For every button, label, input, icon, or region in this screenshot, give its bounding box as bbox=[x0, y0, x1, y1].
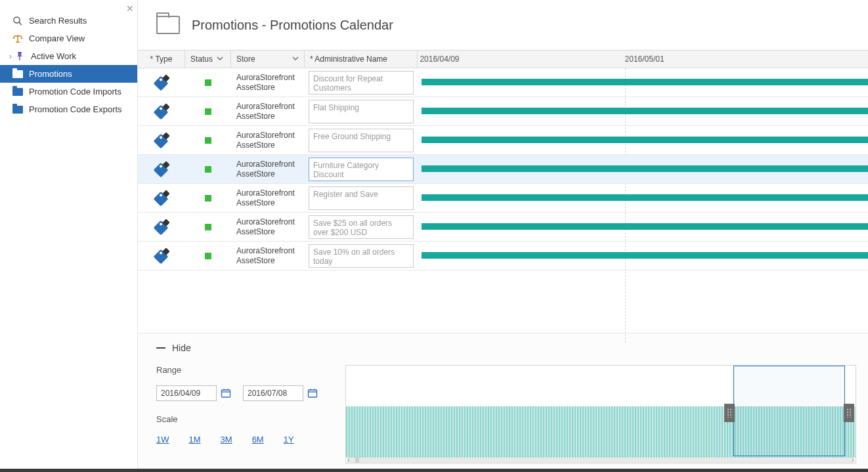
range-to-input[interactable] bbox=[243, 385, 303, 401]
timeline-label-0: 2016/04/09 bbox=[420, 54, 459, 64]
sidebar-item-active-work[interactable]: Active Work bbox=[0, 47, 137, 65]
gantt-bar[interactable] bbox=[422, 137, 868, 143]
cell-status bbox=[185, 184, 231, 212]
overview[interactable] bbox=[345, 365, 856, 463]
overview-handle-left[interactable] bbox=[724, 404, 735, 422]
cell-type bbox=[138, 68, 185, 97]
table-header: * Type Status Store * Administrative Nam… bbox=[138, 50, 868, 68]
sidebar-item-promo-code-imports[interactable]: Promotion Code Imports bbox=[0, 83, 137, 100]
admin-name-input[interactable]: Furniture Category Discount bbox=[309, 158, 414, 181]
cell-timeline[interactable] bbox=[418, 126, 868, 154]
cell-timeline[interactable] bbox=[418, 97, 868, 125]
scale-label: Scale bbox=[156, 414, 327, 424]
status-active-icon bbox=[205, 224, 211, 230]
gantt-bar[interactable] bbox=[422, 108, 868, 114]
cell-store: AuroraStorefrontAssetStore bbox=[231, 126, 305, 154]
overview-handle-right[interactable] bbox=[844, 404, 854, 422]
cell-store: AuroraStorefrontAssetStore bbox=[231, 155, 305, 183]
overview-window[interactable] bbox=[733, 366, 846, 456]
footer-toggle-label: Hide bbox=[172, 343, 191, 353]
calendar-icon[interactable] bbox=[221, 388, 231, 398]
calendar-icon[interactable] bbox=[307, 388, 318, 398]
cell-type bbox=[138, 184, 185, 212]
sidebar-item-label: Compare View bbox=[29, 33, 85, 43]
col-type[interactable]: * Type bbox=[138, 51, 185, 68]
cell-status bbox=[185, 155, 231, 183]
table-row[interactable]: AuroraStorefrontAssetStoreFlat Shipping bbox=[138, 97, 868, 126]
cell-status bbox=[185, 126, 231, 154]
cell-admin: Register and Save bbox=[305, 184, 418, 212]
table-row[interactable]: AuroraStorefrontAssetStoreRegister and S… bbox=[138, 184, 868, 213]
scale-link-3m[interactable]: 3M bbox=[221, 435, 232, 444]
gantt-bar[interactable] bbox=[422, 194, 868, 201]
scale-link-6m[interactable]: 6M bbox=[252, 435, 264, 444]
col-timeline[interactable]: 2016/04/09 2016/05/01 bbox=[418, 51, 868, 68]
col-status[interactable]: Status bbox=[185, 51, 231, 68]
close-icon[interactable]: ✕ bbox=[126, 3, 134, 14]
col-store[interactable]: Store bbox=[231, 51, 305, 68]
cell-store: AuroraStorefrontAssetStore bbox=[231, 68, 305, 97]
table-row[interactable]: AuroraStorefrontAssetStoreSave 10% on al… bbox=[138, 242, 868, 270]
store-name: AuroraStorefrontAssetStore bbox=[236, 188, 299, 208]
cell-store: AuroraStorefrontAssetStore bbox=[231, 184, 305, 212]
sidebar-item-label: Active Work bbox=[31, 51, 76, 61]
cell-status bbox=[185, 97, 231, 125]
scale-link-1y[interactable]: 1Y bbox=[284, 435, 294, 444]
gantt-bar[interactable] bbox=[422, 165, 868, 172]
cell-admin: Free Ground Shipping bbox=[305, 126, 418, 154]
store-name: AuroraStorefrontAssetStore bbox=[236, 217, 299, 237]
folder-icon bbox=[12, 104, 24, 116]
admin-name-input[interactable]: Free Ground Shipping bbox=[309, 129, 414, 152]
range-label: Range bbox=[156, 365, 327, 375]
status-active-icon bbox=[205, 253, 211, 259]
admin-name-input[interactable]: Register and Save bbox=[309, 186, 414, 210]
status-active-icon bbox=[205, 195, 211, 202]
promotion-icon bbox=[156, 106, 167, 118]
sidebar: ✕ Search Results Compare View Active Wor… bbox=[0, 0, 138, 469]
cell-type bbox=[138, 97, 185, 125]
sidebar-item-search-results[interactable]: Search Results bbox=[0, 12, 137, 30]
range-from-input[interactable] bbox=[156, 385, 217, 401]
cell-timeline[interactable] bbox=[418, 184, 868, 212]
table-row[interactable]: AuroraStorefrontAssetStoreDiscount for R… bbox=[138, 68, 868, 97]
admin-name-input[interactable]: Save $25 on all orders over $200 USD bbox=[309, 215, 414, 239]
gantt-bar[interactable] bbox=[422, 79, 868, 85]
admin-name-input[interactable]: Discount for Repeat Customers bbox=[309, 71, 414, 95]
promotion-icon bbox=[156, 221, 167, 233]
promotion-icon bbox=[156, 192, 167, 204]
cell-admin: Flat Shipping bbox=[305, 97, 418, 125]
cell-timeline[interactable] bbox=[418, 68, 868, 97]
cell-type bbox=[138, 242, 185, 270]
folder-icon bbox=[12, 86, 24, 98]
footer-toggle[interactable]: Hide bbox=[156, 343, 856, 353]
admin-name-input[interactable]: Flat Shipping bbox=[309, 100, 414, 123]
overview-scrollbar[interactable] bbox=[347, 458, 854, 463]
col-admin[interactable]: * Administrative Name bbox=[305, 51, 418, 68]
sidebar-item-promotions[interactable]: Promotions bbox=[0, 65, 137, 83]
admin-name-input[interactable]: Save 10% on all orders today bbox=[309, 244, 414, 268]
scale-link-1w[interactable]: 1W bbox=[156, 435, 169, 444]
cell-timeline[interactable] bbox=[418, 155, 868, 183]
sidebar-item-label: Promotions bbox=[29, 69, 72, 79]
cell-admin: Save $25 on all orders over $200 USD bbox=[305, 213, 418, 241]
gantt-bar[interactable] bbox=[422, 252, 868, 259]
cell-timeline[interactable] bbox=[418, 213, 868, 241]
cell-admin: Furniture Category Discount bbox=[305, 155, 418, 183]
table-row[interactable]: AuroraStorefrontAssetStoreFurniture Cate… bbox=[138, 155, 868, 184]
scale-link-1m[interactable]: 1M bbox=[189, 435, 201, 444]
chevron-down-icon bbox=[217, 54, 223, 64]
gantt-bar[interactable] bbox=[422, 223, 868, 230]
sidebar-item-label: Search Results bbox=[29, 16, 87, 26]
sidebar-item-promo-code-exports[interactable]: Promotion Code Exports bbox=[0, 100, 137, 118]
cell-timeline[interactable] bbox=[418, 242, 868, 270]
table-row[interactable]: AuroraStorefrontAssetStoreSave $25 on al… bbox=[138, 213, 868, 242]
svg-line-1 bbox=[19, 22, 22, 25]
bottom-bar bbox=[0, 469, 868, 472]
store-name: AuroraStorefrontAssetStore bbox=[236, 131, 299, 150]
timeline-label-1: 2016/05/01 bbox=[625, 54, 664, 64]
table-row[interactable]: AuroraStorefrontAssetStoreFree Ground Sh… bbox=[138, 126, 868, 155]
promotion-icon bbox=[156, 77, 167, 89]
sidebar-item-compare-view[interactable]: Compare View bbox=[0, 30, 137, 47]
cell-store: AuroraStorefrontAssetStore bbox=[231, 97, 305, 125]
cell-store: AuroraStorefrontAssetStore bbox=[231, 213, 305, 241]
